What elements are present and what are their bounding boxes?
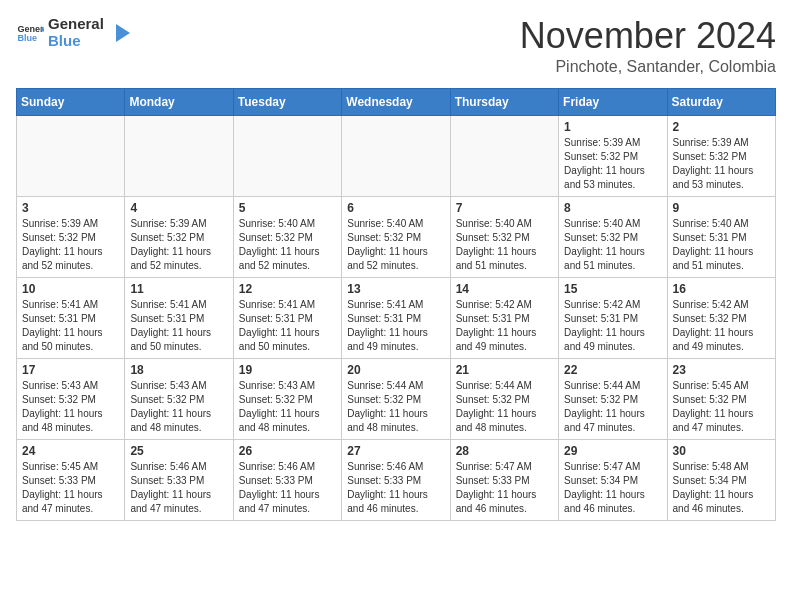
day-info: Sunrise: 5:42 AMSunset: 5:31 PMDaylight:… — [456, 298, 553, 354]
calendar-day-cell: 19Sunrise: 5:43 AMSunset: 5:32 PMDayligh… — [233, 358, 341, 439]
weekday-header-friday: Friday — [559, 88, 667, 115]
logo-general-text: General — [48, 16, 104, 33]
day-info: Sunrise: 5:43 AMSunset: 5:32 PMDaylight:… — [130, 379, 227, 435]
day-number: 11 — [130, 282, 227, 296]
day-number: 8 — [564, 201, 661, 215]
day-number: 15 — [564, 282, 661, 296]
calendar-day-cell: 24Sunrise: 5:45 AMSunset: 5:33 PMDayligh… — [17, 439, 125, 520]
day-number: 2 — [673, 120, 770, 134]
day-number: 29 — [564, 444, 661, 458]
day-number: 27 — [347, 444, 444, 458]
day-info: Sunrise: 5:43 AMSunset: 5:32 PMDaylight:… — [22, 379, 119, 435]
calendar-day-cell: 1Sunrise: 5:39 AMSunset: 5:32 PMDaylight… — [559, 115, 667, 196]
day-number: 14 — [456, 282, 553, 296]
calendar-table: SundayMondayTuesdayWednesdayThursdayFrid… — [16, 88, 776, 521]
day-number: 19 — [239, 363, 336, 377]
calendar-day-cell: 30Sunrise: 5:48 AMSunset: 5:34 PMDayligh… — [667, 439, 775, 520]
calendar-day-cell: 21Sunrise: 5:44 AMSunset: 5:32 PMDayligh… — [450, 358, 558, 439]
day-info: Sunrise: 5:39 AMSunset: 5:32 PMDaylight:… — [22, 217, 119, 273]
day-number: 23 — [673, 363, 770, 377]
day-number: 20 — [347, 363, 444, 377]
logo-icon: General Blue — [16, 19, 44, 47]
calendar-day-cell: 28Sunrise: 5:47 AMSunset: 5:33 PMDayligh… — [450, 439, 558, 520]
day-info: Sunrise: 5:43 AMSunset: 5:32 PMDaylight:… — [239, 379, 336, 435]
calendar-week-row: 10Sunrise: 5:41 AMSunset: 5:31 PMDayligh… — [17, 277, 776, 358]
calendar-day-cell: 16Sunrise: 5:42 AMSunset: 5:32 PMDayligh… — [667, 277, 775, 358]
day-info: Sunrise: 5:41 AMSunset: 5:31 PMDaylight:… — [130, 298, 227, 354]
day-info: Sunrise: 5:40 AMSunset: 5:32 PMDaylight:… — [239, 217, 336, 273]
calendar-day-cell: 2Sunrise: 5:39 AMSunset: 5:32 PMDaylight… — [667, 115, 775, 196]
calendar-day-cell — [233, 115, 341, 196]
svg-text:General: General — [17, 23, 44, 33]
page-header: General Blue General Blue November 2024 … — [16, 16, 776, 76]
day-number: 3 — [22, 201, 119, 215]
day-info: Sunrise: 5:41 AMSunset: 5:31 PMDaylight:… — [22, 298, 119, 354]
day-info: Sunrise: 5:46 AMSunset: 5:33 PMDaylight:… — [347, 460, 444, 516]
calendar-day-cell — [125, 115, 233, 196]
day-number: 10 — [22, 282, 119, 296]
calendar-day-cell: 27Sunrise: 5:46 AMSunset: 5:33 PMDayligh… — [342, 439, 450, 520]
calendar-week-row: 24Sunrise: 5:45 AMSunset: 5:33 PMDayligh… — [17, 439, 776, 520]
month-title: November 2024 — [520, 16, 776, 56]
logo-arrow-icon — [108, 22, 130, 44]
calendar-day-cell: 18Sunrise: 5:43 AMSunset: 5:32 PMDayligh… — [125, 358, 233, 439]
title-block: November 2024 Pinchote, Santander, Colom… — [520, 16, 776, 76]
day-info: Sunrise: 5:40 AMSunset: 5:32 PMDaylight:… — [347, 217, 444, 273]
calendar-day-cell: 4Sunrise: 5:39 AMSunset: 5:32 PMDaylight… — [125, 196, 233, 277]
calendar-day-cell: 22Sunrise: 5:44 AMSunset: 5:32 PMDayligh… — [559, 358, 667, 439]
day-info: Sunrise: 5:40 AMSunset: 5:32 PMDaylight:… — [456, 217, 553, 273]
day-info: Sunrise: 5:40 AMSunset: 5:31 PMDaylight:… — [673, 217, 770, 273]
day-info: Sunrise: 5:39 AMSunset: 5:32 PMDaylight:… — [130, 217, 227, 273]
day-number: 16 — [673, 282, 770, 296]
day-info: Sunrise: 5:45 AMSunset: 5:33 PMDaylight:… — [22, 460, 119, 516]
calendar-day-cell: 7Sunrise: 5:40 AMSunset: 5:32 PMDaylight… — [450, 196, 558, 277]
day-number: 28 — [456, 444, 553, 458]
day-info: Sunrise: 5:44 AMSunset: 5:32 PMDaylight:… — [347, 379, 444, 435]
weekday-header-thursday: Thursday — [450, 88, 558, 115]
calendar-week-row: 17Sunrise: 5:43 AMSunset: 5:32 PMDayligh… — [17, 358, 776, 439]
day-number: 13 — [347, 282, 444, 296]
day-info: Sunrise: 5:41 AMSunset: 5:31 PMDaylight:… — [239, 298, 336, 354]
day-number: 22 — [564, 363, 661, 377]
calendar-day-cell: 20Sunrise: 5:44 AMSunset: 5:32 PMDayligh… — [342, 358, 450, 439]
weekday-header-row: SundayMondayTuesdayWednesdayThursdayFrid… — [17, 88, 776, 115]
weekday-header-wednesday: Wednesday — [342, 88, 450, 115]
calendar-day-cell: 10Sunrise: 5:41 AMSunset: 5:31 PMDayligh… — [17, 277, 125, 358]
location-subtitle: Pinchote, Santander, Colombia — [520, 58, 776, 76]
day-number: 26 — [239, 444, 336, 458]
day-info: Sunrise: 5:48 AMSunset: 5:34 PMDaylight:… — [673, 460, 770, 516]
calendar-day-cell: 11Sunrise: 5:41 AMSunset: 5:31 PMDayligh… — [125, 277, 233, 358]
weekday-header-tuesday: Tuesday — [233, 88, 341, 115]
day-info: Sunrise: 5:42 AMSunset: 5:31 PMDaylight:… — [564, 298, 661, 354]
day-number: 5 — [239, 201, 336, 215]
calendar-day-cell: 29Sunrise: 5:47 AMSunset: 5:34 PMDayligh… — [559, 439, 667, 520]
day-number: 6 — [347, 201, 444, 215]
calendar-week-row: 3Sunrise: 5:39 AMSunset: 5:32 PMDaylight… — [17, 196, 776, 277]
day-number: 12 — [239, 282, 336, 296]
day-info: Sunrise: 5:46 AMSunset: 5:33 PMDaylight:… — [239, 460, 336, 516]
day-info: Sunrise: 5:47 AMSunset: 5:33 PMDaylight:… — [456, 460, 553, 516]
day-info: Sunrise: 5:39 AMSunset: 5:32 PMDaylight:… — [564, 136, 661, 192]
logo: General Blue General Blue — [16, 16, 130, 49]
calendar-week-row: 1Sunrise: 5:39 AMSunset: 5:32 PMDaylight… — [17, 115, 776, 196]
calendar-day-cell: 15Sunrise: 5:42 AMSunset: 5:31 PMDayligh… — [559, 277, 667, 358]
weekday-header-saturday: Saturday — [667, 88, 775, 115]
calendar-day-cell: 6Sunrise: 5:40 AMSunset: 5:32 PMDaylight… — [342, 196, 450, 277]
day-number: 4 — [130, 201, 227, 215]
day-number: 25 — [130, 444, 227, 458]
calendar-day-cell — [17, 115, 125, 196]
calendar-day-cell: 13Sunrise: 5:41 AMSunset: 5:31 PMDayligh… — [342, 277, 450, 358]
calendar-day-cell — [342, 115, 450, 196]
svg-marker-3 — [116, 24, 130, 42]
calendar-day-cell: 23Sunrise: 5:45 AMSunset: 5:32 PMDayligh… — [667, 358, 775, 439]
day-number: 30 — [673, 444, 770, 458]
day-info: Sunrise: 5:42 AMSunset: 5:32 PMDaylight:… — [673, 298, 770, 354]
weekday-header-monday: Monday — [125, 88, 233, 115]
calendar-day-cell: 9Sunrise: 5:40 AMSunset: 5:31 PMDaylight… — [667, 196, 775, 277]
calendar-day-cell — [450, 115, 558, 196]
day-info: Sunrise: 5:41 AMSunset: 5:31 PMDaylight:… — [347, 298, 444, 354]
calendar-day-cell: 8Sunrise: 5:40 AMSunset: 5:32 PMDaylight… — [559, 196, 667, 277]
day-number: 7 — [456, 201, 553, 215]
day-info: Sunrise: 5:47 AMSunset: 5:34 PMDaylight:… — [564, 460, 661, 516]
day-info: Sunrise: 5:39 AMSunset: 5:32 PMDaylight:… — [673, 136, 770, 192]
